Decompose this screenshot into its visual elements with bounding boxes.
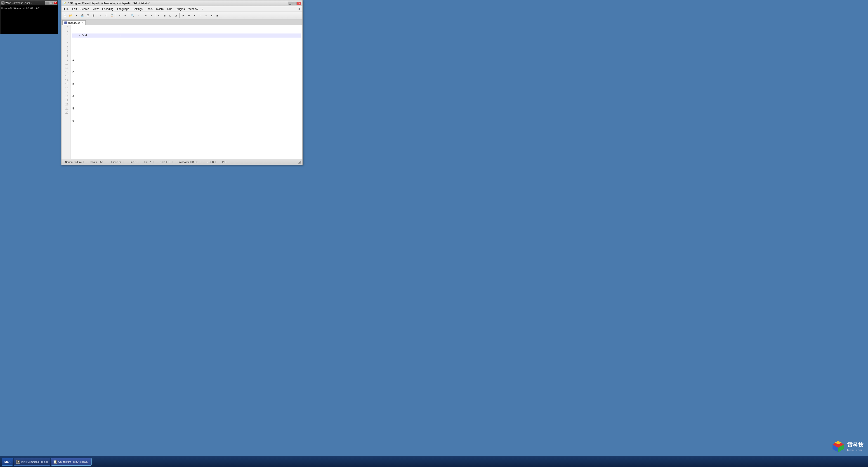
ln-3: 3 xyxy=(63,33,68,37)
toolbar-btn-16[interactable]: ◼ xyxy=(209,13,214,18)
status-grip: ◢ xyxy=(298,160,301,164)
menu-help[interactable]: ? xyxy=(200,7,205,11)
undo-icon: ↩ xyxy=(119,14,121,17)
redo-icon: ↪ xyxy=(125,14,126,17)
status-lines: lines : 22 xyxy=(110,160,123,163)
wine-cmd-window: ■ Wine Command Prom... _ □ ✕ Microsoft W… xyxy=(0,0,58,34)
wine-cmd-text: Microsoft Windows 6.1.7601 (3.0) xyxy=(1,7,40,9)
code-line-7: 5 xyxy=(72,107,301,111)
code-line-1: 7 5 4 : xyxy=(72,33,301,37)
toolbar-find-button[interactable]: 🔍 xyxy=(130,13,135,18)
open-icon: 📂 xyxy=(69,14,72,17)
toolbar-btn-17[interactable]: ▣ xyxy=(215,13,220,18)
print-icon: 🖨 xyxy=(92,14,95,17)
toolbar-sep-3 xyxy=(129,13,129,18)
misc-icon-6: ● xyxy=(194,14,195,17)
menu-language[interactable]: Language xyxy=(115,7,131,11)
toolbar-copy-button[interactable]: ⧉ xyxy=(104,13,109,18)
toolbar-redo-button[interactable]: ↪ xyxy=(123,13,128,18)
menu-macro[interactable]: Macro xyxy=(154,7,165,11)
taskbar: Start ■ Wine Command Prompt 📝 C:\Program… xyxy=(0,456,868,467)
notepadpp-window: 📝 C:\Program Files\Notepad++\change.log … xyxy=(61,0,303,165)
code-line-4: 2 xyxy=(72,70,301,74)
menu-plugins[interactable]: Plugins xyxy=(174,7,186,11)
start-button[interactable]: Start xyxy=(2,458,13,466)
misc-icon-3: ◨ xyxy=(175,14,177,17)
wine-cmd-titlebar: ■ Wine Command Prom... _ □ ✕ xyxy=(0,0,58,5)
misc-icon-2: ◧ xyxy=(169,14,171,17)
menu-view[interactable]: View xyxy=(91,7,100,11)
menu-search[interactable]: Search xyxy=(79,7,91,11)
ln-11: 11 xyxy=(63,66,68,70)
code-line-11: : xyxy=(72,156,301,159)
menu-window[interactable]: Window xyxy=(186,7,200,11)
menu-run[interactable]: Run xyxy=(165,7,174,11)
wine-cmd-title: Wine Command Prom... xyxy=(5,2,45,4)
copy-icon: ⧉ xyxy=(105,14,107,17)
zoomin-icon: ⊕ xyxy=(145,14,147,17)
misc-icon-10: ▣ xyxy=(217,14,218,17)
taskbar-wine-cmd-icon: ■ xyxy=(16,460,20,464)
toolbar-save-button[interactable]: 💾 xyxy=(79,13,85,18)
menu-close-x[interactable]: X xyxy=(297,7,302,11)
ln-15: 15 xyxy=(63,82,68,86)
taskbar-item-notepadpp[interactable]: 📝 C:\Program Files\Notepad... xyxy=(51,458,92,466)
ln-4: 4 xyxy=(63,37,68,41)
menu-file[interactable]: File xyxy=(62,7,70,11)
maximize-button[interactable]: □ xyxy=(49,1,53,4)
menu-settings[interactable]: Settings xyxy=(131,7,144,11)
ln-10: 10 xyxy=(63,62,68,66)
toolbar-btn-10[interactable]: ◨ xyxy=(173,13,179,18)
toolbar-wordwrap-button[interactable]: ⟲ xyxy=(156,13,162,18)
toolbar-btn-15[interactable]: ▷ xyxy=(203,13,209,18)
toolbar-btn-9[interactable]: ◧ xyxy=(167,13,173,18)
toolbar-undo-button[interactable]: ↩ xyxy=(117,13,122,18)
toolbar-close-button[interactable]: ▪ xyxy=(74,13,79,18)
npp-statusbar: Normal text file length : 557 lines : 22… xyxy=(61,159,303,165)
status-eol: Windows (CR LF) xyxy=(177,160,200,163)
code-line-10 xyxy=(72,143,301,148)
wordwrap-icon: ⟲ xyxy=(158,14,160,17)
toolbar-cut-button[interactable]: ✂ xyxy=(98,13,103,18)
npp-minimize-button[interactable]: _ xyxy=(288,2,292,5)
npp-maximize-button[interactable]: □ xyxy=(292,2,297,5)
code-line-8: 6 xyxy=(72,119,301,123)
tab-close-button[interactable]: ✕ xyxy=(82,22,84,24)
toolbar-zoomin-button[interactable]: ⊕ xyxy=(143,13,149,18)
wine-cmd-controls: _ □ ✕ xyxy=(45,1,57,4)
toolbar-zoomout-button[interactable]: ⊖ xyxy=(149,13,154,18)
menu-encoding[interactable]: Encoding xyxy=(100,7,115,11)
ln-16: 16 xyxy=(63,86,68,90)
toolbar-btn-8[interactable]: ▦ xyxy=(162,13,167,18)
toolbar-paste-button[interactable]: 📋 xyxy=(110,13,115,18)
toolbar-btn-14[interactable]: ○ xyxy=(197,13,203,18)
toolbar-replace-button[interactable]: ⇄ xyxy=(135,13,141,18)
minimize-button[interactable]: _ xyxy=(45,1,49,4)
npp-titlebar: 📝 C:\Program Files\Notepad++\change.log … xyxy=(61,0,303,6)
status-filetype: Normal text file xyxy=(63,160,84,163)
leikeji-branding: 雷科技 leikeji.com xyxy=(831,440,864,454)
menu-tools[interactable]: Tools xyxy=(145,7,154,11)
save-icon: 💾 xyxy=(81,14,84,17)
toolbar-sep-2 xyxy=(116,13,116,18)
tab-changelog[interactable]: change.log ✕ xyxy=(62,20,86,25)
code-line-9 xyxy=(72,131,301,135)
toolbar-print-button[interactable]: 🖨 xyxy=(91,13,96,18)
close-button[interactable]: ✕ xyxy=(53,1,57,4)
menu-edit[interactable]: Edit xyxy=(70,7,79,11)
npp-title: C:\Program Files\Notepad++\change.log - … xyxy=(68,2,288,5)
code-line-2 xyxy=(72,46,301,50)
code-area[interactable]: 7 5 4 : 1 ___ 2 3 4 : 5 6 : xyxy=(70,25,303,159)
toolbar-new-button[interactable]: 📄 xyxy=(62,13,68,18)
code-line-5: 3 xyxy=(72,82,301,86)
toolbar-open-button[interactable]: 📂 xyxy=(68,13,73,18)
toolbar-sep-5 xyxy=(155,13,155,18)
replace-icon: ⇄ xyxy=(138,14,139,17)
toolbar-btn-11[interactable]: ▶ xyxy=(181,13,186,18)
npp-close-button[interactable]: ✕ xyxy=(297,2,301,5)
misc-icon-7: ○ xyxy=(199,14,201,17)
toolbar-btn-13[interactable]: ● xyxy=(192,13,197,18)
toolbar-saveall-button[interactable]: 🖫 xyxy=(85,13,90,18)
taskbar-item-wine-cmd[interactable]: ■ Wine Command Prompt xyxy=(14,458,50,466)
toolbar-btn-12[interactable]: ■ xyxy=(186,13,192,18)
